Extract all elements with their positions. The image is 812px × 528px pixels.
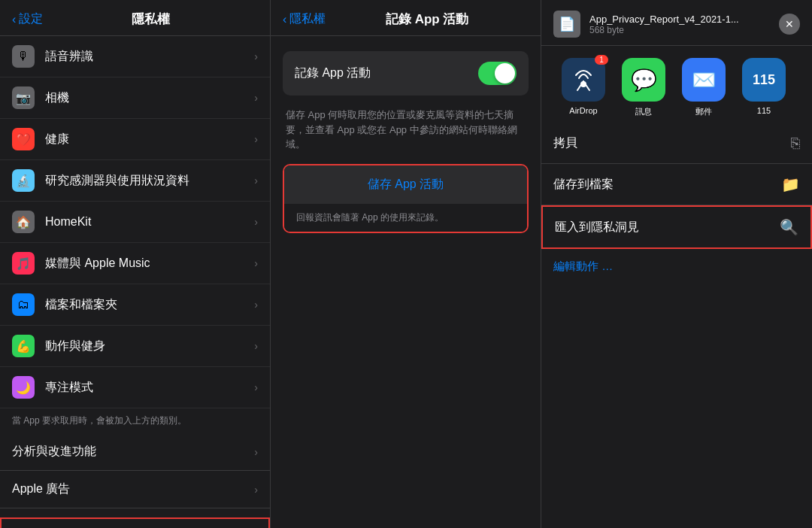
camera-label: 相機 <box>45 90 244 106</box>
left-panel-title: 隱私權 <box>43 11 258 28</box>
left-panel: ‹ 設定 隱私權 🎙 語音辨識 › 📷 相機 › ❤️ 健康 › 🔬 研究感測器… <box>0 0 271 528</box>
save-files-action[interactable]: 儲存到檔案 📁 <box>541 164 812 205</box>
motion-icon: 💪 <box>12 335 35 357</box>
back-label: 設定 <box>19 11 43 27</box>
middle-panel: ‹ 隱私權 記錄 App 活動 記錄 App 活動 儲存 App 何時取用您的位… <box>271 0 541 528</box>
media-label: 媒體與 Apple Music <box>45 256 244 272</box>
share-115[interactable]: 115 115 <box>734 58 794 117</box>
chevron-right-icon: › <box>254 381 258 393</box>
file-document-icon: 📄 <box>553 11 580 38</box>
analytics-label: 分析與改進功能 <box>12 444 244 460</box>
chevron-right-icon: › <box>254 484 258 496</box>
copy-icon: ⎘ <box>791 135 800 152</box>
save-btn-label: 儲存 App 活動 <box>368 177 444 193</box>
chevron-right-icon: › <box>254 92 258 104</box>
voice-label: 語音辨識 <box>45 49 244 65</box>
privacy-icon: 🔍 <box>780 218 798 236</box>
share-airdrop[interactable]: 1 AirDrop <box>553 58 614 117</box>
sidebar-item-camera[interactable]: 📷 相機 › <box>0 77 270 119</box>
sidebar-item-research[interactable]: 🔬 研究感測器與使用狀況資料 › <box>0 160 270 202</box>
back-to-privacy-button[interactable]: ‹ 隱私權 <box>283 11 326 27</box>
app115-icon: 115 <box>742 58 786 102</box>
sidebar-item-ads[interactable]: Apple 廣告 › <box>0 471 270 508</box>
middle-header: ‹ 隱私權 記錄 App 活動 <box>271 0 541 36</box>
chevron-left-icon: ‹ <box>12 13 16 26</box>
share-messages[interactable]: 💬 訊息 <box>614 58 674 117</box>
chevron-right-icon: › <box>254 446 258 458</box>
mail-icon: ✉️ <box>682 58 726 102</box>
homekit-label: HomeKit <box>45 215 244 229</box>
sidebar-item-app-activity[interactable]: 記錄 App 活動 › <box>0 517 270 528</box>
share-apps-row: 1 AirDrop 💬 訊息 ✉️ 郵件 <box>541 46 812 123</box>
mail-label: 郵件 <box>695 106 712 117</box>
close-button[interactable]: ✕ <box>779 14 800 35</box>
record-app-activity-toggle[interactable] <box>478 62 517 85</box>
save-section: 儲存 App 活動 回報資訊會隨著 App 的使用來記錄。 <box>283 164 529 233</box>
files-icon: 🗂 <box>12 293 35 316</box>
voice-icon: 🎙 <box>12 45 35 68</box>
sidebar-item-focus[interactable]: 🌙 專注模式 › <box>0 367 270 408</box>
health-icon: ❤️ <box>12 128 35 150</box>
middle-panel-title: 記錄 App 活動 <box>326 11 529 28</box>
media-icon: 🎵 <box>12 252 35 275</box>
edit-actions-button[interactable]: 編輯動作 … <box>541 249 812 284</box>
airdrop-icon: 1 <box>562 58 605 102</box>
toggle-label: 記錄 App 活動 <box>295 65 371 81</box>
copy-label: 拷貝 <box>553 135 577 151</box>
category-note: 當 App 要求取用時，會被加入上方的類別。 <box>0 408 270 433</box>
research-icon: 🔬 <box>12 169 35 192</box>
save-files-label: 儲存到檔案 <box>553 177 614 193</box>
save-app-activity-button[interactable]: 儲存 App 活動 <box>284 165 527 204</box>
description-text: 儲存 App 何時取用您的位置或麥克風等資料的七天摘要，並查看 App 或您在 … <box>283 108 529 152</box>
copy-action[interactable]: 拷貝 ⎘ <box>541 123 812 164</box>
messages-icon: 💬 <box>622 58 665 102</box>
app115-label: 115 <box>757 106 771 115</box>
motion-label: 動作與健身 <box>45 338 244 354</box>
sidebar-item-health[interactable]: ❤️ 健康 › <box>0 119 270 160</box>
sidebar-item-voice[interactable]: 🎙 語音辨識 › <box>0 36 270 77</box>
import-privacy-label: 匯入到隱私洞見 <box>555 220 639 235</box>
chevron-right-icon: › <box>254 257 258 269</box>
folder-icon: 📁 <box>781 175 800 193</box>
sidebar-item-media[interactable]: 🎵 媒體與 Apple Music › <box>0 243 270 284</box>
file-name: App_Privacy_Report_v4_2021-1... <box>589 14 770 25</box>
file-size: 568 byte <box>589 25 770 35</box>
toggle-row: 記錄 App 活動 <box>283 51 529 96</box>
chevron-left-icon: ‹ <box>283 13 286 26</box>
sidebar-item-motion[interactable]: 💪 動作與健身 › <box>0 326 270 367</box>
badge: 1 <box>595 55 608 65</box>
chevron-right-icon: › <box>254 174 258 187</box>
research-label: 研究感測器與使用狀況資料 <box>45 173 244 189</box>
sidebar-item-files[interactable]: 🗂 檔案和檔案夾 › <box>0 284 270 326</box>
right-panel: 📄 App_Privacy_Report_v4_2021-1... 568 by… <box>541 0 812 528</box>
chevron-right-icon: › <box>254 340 258 352</box>
homekit-icon: 🏠 <box>12 211 35 233</box>
chevron-right-icon: › <box>254 50 258 62</box>
back-privacy-label: 隱私權 <box>289 11 326 27</box>
sidebar-item-analytics[interactable]: 分析與改進功能 › <box>0 433 270 471</box>
camera-icon: 📷 <box>12 86 35 109</box>
chevron-right-icon: › <box>254 299 258 311</box>
spacer <box>0 508 270 517</box>
import-privacy-action[interactable]: 匯入到隱私洞見 🔍 <box>541 205 812 249</box>
sidebar-item-homekit[interactable]: 🏠 HomeKit › <box>0 202 270 243</box>
focus-icon: 🌙 <box>12 376 35 399</box>
share-mail[interactable]: ✉️ 郵件 <box>674 58 734 117</box>
right-header: 📄 App_Privacy_Report_v4_2021-1... 568 by… <box>541 0 812 46</box>
left-list: 🎙 語音辨識 › 📷 相機 › ❤️ 健康 › 🔬 研究感測器與使用狀況資料 ›… <box>0 36 270 528</box>
toggle-knob <box>495 63 515 83</box>
health-label: 健康 <box>45 132 244 147</box>
left-header: ‹ 設定 隱私權 <box>0 0 270 36</box>
file-info: App_Privacy_Report_v4_2021-1... 568 byte <box>589 14 770 35</box>
files-label: 檔案和檔案夾 <box>45 297 244 313</box>
chevron-right-icon: › <box>254 133 258 145</box>
focus-label: 專注模式 <box>45 380 244 396</box>
ads-label: Apple 廣告 <box>12 481 244 497</box>
messages-label: 訊息 <box>635 106 652 117</box>
airdrop-label: AirDrop <box>569 106 597 115</box>
save-note: 回報資訊會隨著 App 的使用來記錄。 <box>284 204 527 232</box>
middle-content: 記錄 App 活動 儲存 App 何時取用您的位置或麥克風等資料的七天摘要，並查… <box>271 36 541 248</box>
chevron-right-icon: › <box>254 216 258 228</box>
back-to-settings-button[interactable]: ‹ 設定 <box>12 11 43 27</box>
